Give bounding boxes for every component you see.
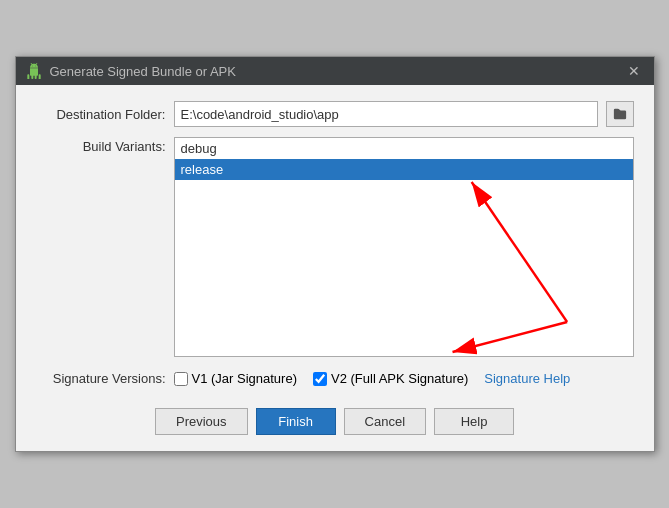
destination-folder-row: Destination Folder: [36,101,634,127]
previous-button[interactable]: Previous [155,408,248,435]
build-variants-list[interactable]: debug release [174,137,634,357]
browse-folder-button[interactable] [606,101,634,127]
build-variants-label: Build Variants: [36,137,166,154]
close-button[interactable]: ✕ [624,63,644,79]
v2-label: V2 (Full APK Signature) [331,371,468,386]
destination-folder-label: Destination Folder: [36,107,166,122]
v1-checkbox[interactable] [174,372,188,386]
list-item-release[interactable]: release [175,159,633,180]
dialog-title: Generate Signed Bundle or APK [50,64,616,79]
list-item-debug[interactable]: debug [175,138,633,159]
cancel-button[interactable]: Cancel [344,408,426,435]
destination-folder-input[interactable] [174,101,598,127]
signature-options: V1 (Jar Signature) V2 (Full APK Signatur… [174,371,571,386]
v1-label: V1 (Jar Signature) [192,371,298,386]
finish-button[interactable]: Finish [256,408,336,435]
button-row: Previous Finish Cancel Help [16,398,654,451]
dialog-body: Destination Folder: Build Variants: debu… [16,85,654,398]
signature-help-link[interactable]: Signature Help [484,371,570,386]
help-button[interactable]: Help [434,408,514,435]
v2-checkbox[interactable] [313,372,327,386]
signature-versions-label: Signature Versions: [36,371,166,386]
build-variants-row: Build Variants: debug release [36,137,634,357]
signature-versions-row: Signature Versions: V1 (Jar Signature) V… [36,371,634,386]
title-bar: Generate Signed Bundle or APK ✕ [16,57,654,85]
v1-checkbox-group: V1 (Jar Signature) [174,371,298,386]
folder-icon [613,107,627,121]
android-icon [26,63,42,79]
generate-signed-dialog: Generate Signed Bundle or APK ✕ Destinat… [15,56,655,452]
v2-checkbox-group: V2 (Full APK Signature) [313,371,468,386]
